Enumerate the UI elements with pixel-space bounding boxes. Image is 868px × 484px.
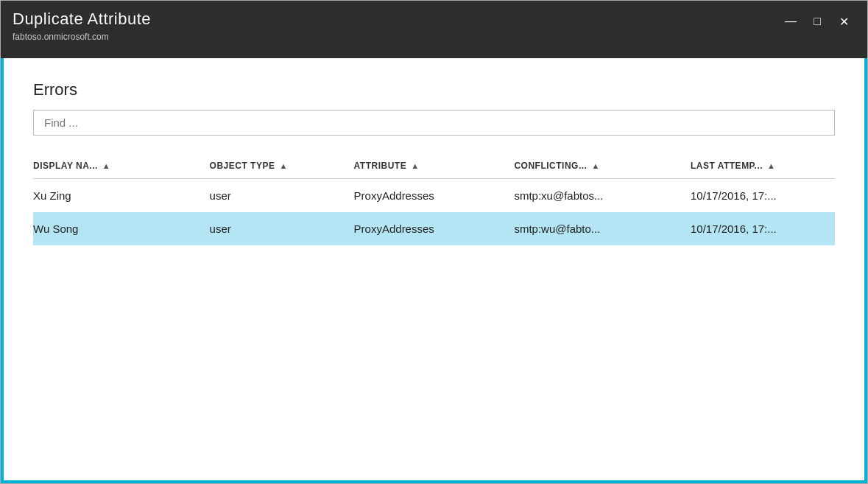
main-window: Duplicate Attribute fabtoso.onmicrosoft.… [0, 0, 868, 484]
table-body: Xu ZinguserProxyAddressessmtp:xu@fabtos.… [33, 179, 835, 246]
col-header-display-name[interactable]: DISPLAY NA... ▲ [33, 153, 210, 179]
sort-arrow-display-name: ▲ [102, 161, 110, 170]
window-controls: — □ ✕ [779, 11, 855, 32]
col-header-object-type[interactable]: OBJECT TYPE ▲ [210, 153, 354, 179]
cell-attribute-0: ProxyAddresses [354, 179, 515, 213]
col-header-attribute[interactable]: ATTRIBUTE ▲ [354, 153, 515, 179]
table-header-row: DISPLAY NA... ▲ OBJECT TYPE ▲ [33, 153, 835, 179]
cell-display_name-1: Wu Song [33, 212, 210, 245]
errors-table: DISPLAY NA... ▲ OBJECT TYPE ▲ [33, 153, 835, 245]
window-subtitle: fabtoso.onmicrosoft.com [13, 32, 151, 42]
cell-display_name-0: Xu Zing [33, 179, 210, 213]
cell-last_attempt-1: 10/17/2016, 17:... [691, 212, 835, 245]
window-title: Duplicate Attribute [13, 10, 151, 29]
cell-object_type-0: user [210, 179, 354, 213]
sort-arrow-attribute: ▲ [411, 161, 419, 170]
sort-arrow-conflicting: ▲ [591, 161, 599, 170]
title-bar-left: Duplicate Attribute fabtoso.onmicrosoft.… [13, 10, 151, 42]
errors-table-container: DISPLAY NA... ▲ OBJECT TYPE ▲ [33, 153, 835, 458]
errors-label: Errors [33, 80, 835, 99]
cell-attribute-1: ProxyAddresses [354, 212, 515, 245]
cell-conflicting-1: smtp:wu@fabto... [514, 212, 691, 245]
content-area: Errors DISPLAY NA... ▲ OBJECT [1, 58, 867, 483]
table-row[interactable]: Xu ZinguserProxyAddressessmtp:xu@fabtos.… [33, 179, 835, 213]
minimize-button[interactable]: — [779, 11, 802, 32]
col-header-conflicting[interactable]: CONFLICTING... ▲ [514, 153, 691, 179]
search-input[interactable] [33, 110, 835, 136]
sort-arrow-last-attempt: ▲ [767, 161, 775, 170]
close-button[interactable]: ✕ [832, 11, 855, 32]
title-bar: Duplicate Attribute fabtoso.onmicrosoft.… [1, 1, 867, 58]
cell-conflicting-0: smtp:xu@fabtos... [514, 179, 691, 213]
table-row[interactable]: Wu SonguserProxyAddressessmtp:wu@fabto..… [33, 212, 835, 245]
maximize-button[interactable]: □ [805, 11, 829, 32]
col-header-last-attempt[interactable]: LAST ATTEMP... ▲ [691, 153, 835, 179]
cell-last_attempt-0: 10/17/2016, 17:... [691, 179, 835, 213]
cell-object_type-1: user [210, 212, 354, 245]
sort-arrow-object-type: ▲ [279, 161, 287, 170]
